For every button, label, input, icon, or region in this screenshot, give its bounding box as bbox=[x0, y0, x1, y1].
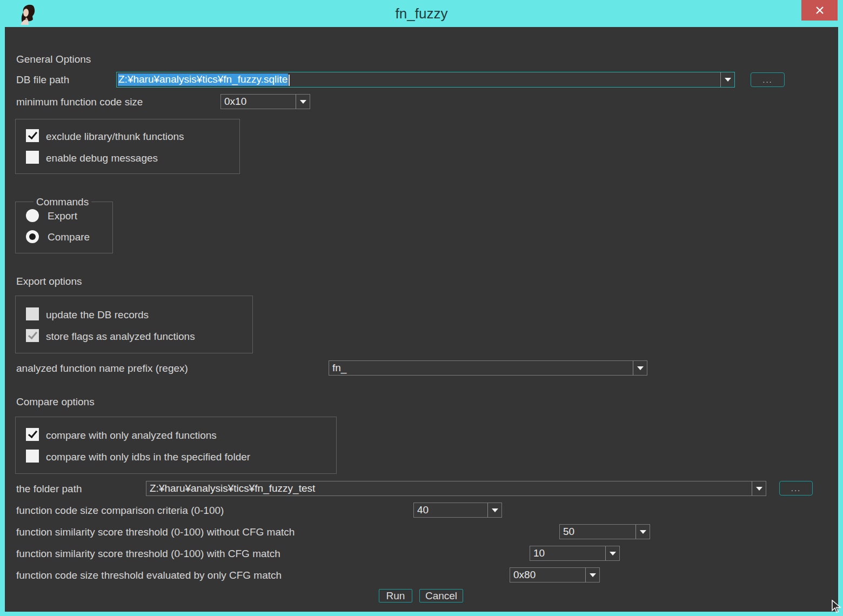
commands-legend: Commands bbox=[34, 196, 91, 209]
threshold-with-cfg-combobox[interactable]: 10 bbox=[530, 546, 620, 561]
threshold-without-cfg-dropdown-icon[interactable] bbox=[635, 525, 650, 539]
prefix-regex-value[interactable]: fn_ bbox=[329, 362, 633, 374]
db-file-path-browse-button[interactable]: ... bbox=[751, 72, 785, 87]
folder-path-combobox[interactable]: Z:¥haru¥analysis¥tics¥fn_fuzzy_test bbox=[146, 481, 766, 496]
criteria-combobox[interactable]: 40 bbox=[413, 503, 502, 518]
size-threshold-combobox[interactable]: 0x80 bbox=[510, 567, 600, 582]
threshold-with-cfg-label: function similarity score threshold (0-1… bbox=[16, 547, 280, 560]
threshold-with-cfg-value[interactable]: 10 bbox=[530, 547, 605, 559]
folder-path-browse-button[interactable]: ... bbox=[779, 481, 813, 496]
update-db-records-checkbox bbox=[26, 307, 39, 320]
close-button[interactable] bbox=[801, 0, 838, 21]
enable-debug-messages-label[interactable]: enable debug messages bbox=[46, 152, 158, 165]
store-flags-checkbox bbox=[26, 329, 39, 342]
criteria-label: function code size comparison criteria (… bbox=[16, 504, 224, 517]
export-radio-label[interactable]: Export bbox=[48, 210, 77, 223]
min-code-size-combobox[interactable]: 0x10 bbox=[220, 94, 310, 109]
min-code-size-label: minimum function code size bbox=[16, 96, 143, 109]
threshold-without-cfg-label: function similarity score threshold (0-1… bbox=[16, 526, 295, 539]
prefix-regex-combobox[interactable]: fn_ bbox=[329, 360, 647, 376]
db-file-path-label: DB file path bbox=[16, 73, 69, 86]
close-icon bbox=[815, 5, 825, 15]
general-options-heading: General Options bbox=[16, 53, 91, 66]
compare-idbs-label[interactable]: compare with only idbs in the specified … bbox=[46, 451, 250, 464]
enable-debug-messages-checkbox[interactable] bbox=[26, 151, 39, 164]
prefix-regex-label: analyzed function name prefix (regex) bbox=[16, 362, 188, 375]
size-threshold-dropdown-icon[interactable] bbox=[585, 568, 599, 582]
titlebar[interactable]: fn_fuzzy bbox=[0, 0, 843, 27]
window-title: fn_fuzzy bbox=[0, 5, 843, 22]
compare-analyzed-label[interactable]: compare with only analyzed functions bbox=[46, 429, 217, 442]
cancel-button[interactable]: Cancel bbox=[419, 589, 463, 602]
criteria-dropdown-icon[interactable] bbox=[487, 503, 501, 517]
fn-fuzzy-dialog: fn_fuzzy General Options DB file path Z:… bbox=[0, 0, 843, 616]
db-file-path-combobox[interactable]: Z:¥haru¥analysis¥tics¥fn_fuzzy.sqlite bbox=[116, 72, 735, 88]
compare-checkbox-group bbox=[15, 417, 337, 474]
mouse-cursor bbox=[831, 600, 843, 614]
min-code-size-dropdown-icon[interactable] bbox=[296, 95, 310, 109]
min-code-size-value[interactable]: 0x10 bbox=[221, 96, 296, 108]
export-radio[interactable] bbox=[26, 209, 39, 222]
run-button[interactable]: Run bbox=[379, 589, 412, 602]
folder-path-value[interactable]: Z:¥haru¥analysis¥tics¥fn_fuzzy_test bbox=[146, 483, 752, 494]
db-file-path-value[interactable]: Z:¥haru¥analysis¥tics¥fn_fuzzy.sqlite bbox=[117, 73, 720, 85]
db-file-path-dropdown-icon[interactable] bbox=[720, 72, 734, 87]
compare-analyzed-checkbox[interactable] bbox=[26, 428, 39, 441]
size-threshold-value[interactable]: 0x80 bbox=[510, 569, 585, 581]
compare-radio-label[interactable]: Compare bbox=[48, 231, 90, 244]
update-db-records-label: update the DB records bbox=[46, 309, 149, 322]
compare-radio[interactable] bbox=[26, 230, 39, 243]
export-checkbox-group bbox=[15, 296, 253, 353]
export-options-heading: Export options bbox=[16, 275, 82, 288]
store-flags-label: store flags as analyzed functions bbox=[46, 330, 195, 343]
threshold-without-cfg-combobox[interactable]: 50 bbox=[559, 524, 650, 539]
folder-path-label: the folder path bbox=[16, 483, 82, 496]
size-threshold-label: function code size threshold evaluated b… bbox=[16, 569, 282, 582]
exclude-library-thunk-label[interactable]: exclude library/thunk functions bbox=[46, 130, 184, 143]
threshold-with-cfg-dropdown-icon[interactable] bbox=[605, 546, 619, 560]
threshold-without-cfg-value[interactable]: 50 bbox=[560, 526, 635, 538]
compare-options-heading: Compare options bbox=[16, 396, 95, 409]
text-caret bbox=[289, 75, 290, 86]
folder-path-dropdown-icon[interactable] bbox=[752, 481, 766, 496]
compare-idbs-checkbox[interactable] bbox=[26, 450, 39, 463]
prefix-regex-dropdown-icon[interactable] bbox=[633, 361, 647, 375]
criteria-value[interactable]: 40 bbox=[414, 504, 487, 516]
exclude-library-thunk-checkbox[interactable] bbox=[26, 129, 39, 142]
general-checkbox-group bbox=[15, 119, 240, 174]
